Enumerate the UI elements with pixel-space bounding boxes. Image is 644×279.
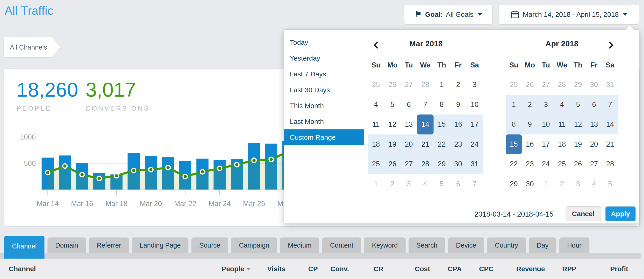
day-cell[interactable]: 8 [506,115,522,134]
day-cell[interactable]: 20 [586,134,602,154]
tab-referrer[interactable]: Referrer [89,237,129,253]
day-cell[interactable]: 27 [400,154,417,174]
day-cell[interactable]: 4 [417,174,434,194]
day-cell[interactable]: 22 [434,134,450,154]
day-cell[interactable]: 23 [522,154,538,174]
preset-last-month[interactable]: Last Month [284,114,364,129]
day-cell[interactable]: 30 [586,75,602,95]
day-cell[interactable]: 4 [586,174,602,194]
day-cell[interactable]: 1 [538,174,554,194]
day-cell[interactable]: 3 [538,95,554,115]
day-cell[interactable]: 15 [434,115,450,134]
day-cell[interactable]: 28 [417,154,434,174]
tab-channel[interactable]: Channel [4,236,44,258]
day-cell[interactable]: 4 [368,95,384,115]
day-cell[interactable]: 6 [450,174,466,194]
day-cell[interactable]: 25 [368,154,384,174]
column-header-cost[interactable]: Cost [415,258,430,279]
day-cell[interactable]: 14 [602,115,618,134]
goal-selector-button[interactable]: ⚑ Goal: All Goals [404,5,492,24]
tab-source[interactable]: Source [192,237,228,253]
day-cell[interactable]: 22 [506,154,522,174]
day-cell[interactable]: 5 [434,174,450,194]
day-cell[interactable]: 24 [466,134,483,154]
day-cell[interactable]: 10 [466,95,483,115]
column-header-visits[interactable]: Visits [267,258,286,279]
day-cell[interactable]: 20 [400,134,417,154]
prev-month-icon[interactable] [371,40,381,50]
day-cell[interactable]: 25 [506,75,522,95]
day-cell[interactable]: 25 [554,154,570,174]
day-cell[interactable]: 8 [434,95,450,115]
day-cell[interactable]: 29 [570,75,586,95]
column-header-rpp[interactable]: RPP [562,258,576,279]
day-cell[interactable]: 17 [538,134,554,154]
apply-button[interactable]: Apply [606,206,636,221]
day-cell[interactable]: 12 [570,115,586,134]
day-cell[interactable]: 1 [368,174,384,194]
breadcrumb[interactable]: All Channels [4,37,52,57]
day-cell[interactable]: 27 [400,75,417,95]
column-header-channel[interactable]: Channel [9,258,36,279]
day-cell[interactable]: 27 [538,75,554,95]
day-cell[interactable]: 17 [466,115,483,134]
preset-last-30-days[interactable]: Last 30 Days [284,82,364,98]
day-cell[interactable]: 29 [506,174,522,194]
day-cell[interactable]: 2 [554,174,570,194]
preset-yesterday[interactable]: Yesterday [284,50,364,66]
day-cell[interactable]: 26 [522,75,538,95]
column-header-cpc[interactable]: CPC [479,258,494,279]
day-cell[interactable]: 27 [586,154,602,174]
day-cell[interactable]: 28 [417,75,434,95]
day-cell[interactable]: 23 [450,134,466,154]
date-range-button[interactable]: March 14, 2018 - April 15, 2018 [499,5,639,24]
tab-search[interactable]: Search [408,237,445,253]
day-cell[interactable]: 11 [554,115,570,134]
day-cell[interactable]: 6 [586,95,602,115]
day-cell[interactable]: 30 [522,174,538,194]
day-cell[interactable]: 2 [450,75,466,95]
day-cell[interactable]: 26 [384,75,401,95]
day-cell[interactable]: 29 [434,154,450,174]
day-cell[interactable]: 10 [538,115,554,134]
tab-medium[interactable]: Medium [280,237,319,253]
day-cell[interactable]: 2 [384,174,401,194]
day-cell[interactable]: 31 [602,75,618,95]
day-cell[interactable]: 3 [400,174,417,194]
day-cell[interactable]: 21 [602,134,618,154]
column-header-revenue[interactable]: Revenue [516,258,545,279]
day-cell[interactable]: 3 [466,75,483,95]
tab-domain[interactable]: Domain [48,237,86,253]
next-month-icon[interactable] [606,40,616,50]
day-cell[interactable]: 15 [506,134,522,154]
day-cell[interactable]: 7 [466,174,483,194]
day-cell[interactable]: 30 [450,154,466,174]
preset-today[interactable]: Today [284,35,364,50]
day-cell[interactable]: 1 [506,95,522,115]
day-cell[interactable]: 26 [570,154,586,174]
column-header-conv[interactable]: Conv. [330,258,349,279]
day-cell[interactable]: 28 [602,154,618,174]
tab-day[interactable]: Day [529,237,556,253]
day-cell[interactable]: 19 [384,134,401,154]
column-header-cpa[interactable]: CPA [448,258,462,279]
day-cell[interactable]: 16 [522,134,538,154]
tab-keyword[interactable]: Keyword [364,237,406,253]
day-cell[interactable]: 6 [400,95,417,115]
column-header-people[interactable]: People [222,258,250,279]
day-cell[interactable]: 7 [602,95,618,115]
column-header-profit[interactable]: Profit [610,258,628,279]
day-cell[interactable]: 9 [450,95,466,115]
tab-device[interactable]: Device [448,237,484,253]
day-cell[interactable]: 3 [570,174,586,194]
day-cell[interactable]: 4 [554,95,570,115]
day-cell[interactable]: 9 [522,115,538,134]
tab-campaign[interactable]: Campaign [231,237,277,253]
day-cell[interactable]: 16 [450,115,466,134]
day-cell[interactable]: 5 [602,174,618,194]
day-cell[interactable]: 1 [434,75,450,95]
day-cell[interactable]: 19 [570,134,586,154]
day-cell[interactable]: 18 [368,134,384,154]
column-header-cp[interactable]: CP [308,258,318,279]
preset-this-month[interactable]: This Month [284,98,364,114]
